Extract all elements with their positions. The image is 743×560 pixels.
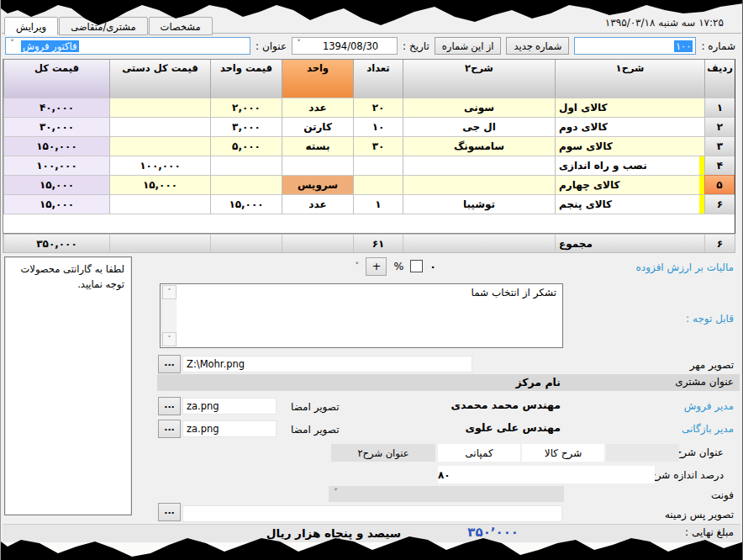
commercial-signature-path-field[interactable]: za.png bbox=[182, 420, 277, 437]
vat-checkbox[interactable] bbox=[410, 260, 423, 272]
cell-unit-price[interactable]: ۳,۰۰۰ bbox=[210, 117, 282, 136]
header-qty[interactable]: تعداد bbox=[353, 60, 403, 98]
cell-total[interactable]: ۱۵,۰۰۰ bbox=[3, 194, 109, 214]
cell-qty[interactable]: ۲۰ bbox=[353, 98, 403, 117]
commercial-manager-value[interactable]: مهندس علی علوی bbox=[466, 421, 561, 434]
background-path-field[interactable] bbox=[182, 505, 562, 522]
sales-manager-value[interactable]: مهندس محمد محمدی bbox=[451, 399, 561, 411]
header-desc2[interactable]: شرح۲ bbox=[403, 60, 555, 98]
date-dropdown[interactable]: ˅ 1394/08/30 bbox=[292, 37, 398, 55]
cell-unit-price[interactable] bbox=[210, 175, 282, 194]
header-unit[interactable]: واحد bbox=[282, 60, 353, 98]
desc1-size-input[interactable]: ۸۰ bbox=[438, 466, 655, 483]
cell-manual-total[interactable]: ۱۰۰,۰۰۰ bbox=[109, 156, 210, 175]
cell-qty[interactable] bbox=[353, 156, 403, 175]
cell-row-number[interactable]: ۱ bbox=[704, 98, 735, 117]
tab-specifications[interactable]: مشخصات bbox=[149, 17, 213, 35]
cell-unit[interactable]: بسته bbox=[282, 136, 353, 156]
chevron-down-icon[interactable]: ˅ bbox=[355, 261, 360, 272]
cell-manual-total[interactable] bbox=[109, 194, 210, 214]
row-marker bbox=[699, 176, 704, 194]
cell-total[interactable]: ۱۵۰,۰۰۰ bbox=[3, 136, 109, 156]
browse-background-button[interactable]: ... bbox=[158, 503, 181, 521]
cell-desc1[interactable]: کالای چهارم bbox=[555, 175, 704, 194]
cell-desc2[interactable]: سونی bbox=[403, 98, 555, 117]
table-empty-row[interactable] bbox=[3, 214, 735, 233]
summary-unit-price bbox=[210, 235, 282, 252]
cell-desc1[interactable]: کالای پنجم bbox=[555, 194, 704, 214]
warranty-note-textarea[interactable]: لطفا به گارانتی محصولات توجه نمایید. bbox=[4, 256, 132, 515]
tab-edit[interactable]: ویرایش bbox=[4, 17, 58, 35]
cell-unit[interactable]: عدد bbox=[282, 194, 353, 214]
header-unit-price[interactable]: قیمت واحد bbox=[210, 60, 282, 98]
vat-label: مالیات بر ارزش افزوده bbox=[636, 262, 734, 273]
browse-sales-signature-button[interactable]: ... bbox=[158, 397, 181, 415]
cell-desc2[interactable] bbox=[403, 175, 555, 194]
header-manual-total[interactable]: قیمت کل دستی bbox=[109, 60, 210, 98]
cell-total[interactable]: ۱۵,۰۰۰ bbox=[3, 175, 109, 194]
scrollbar[interactable]: ˄ ˅ bbox=[161, 285, 177, 346]
title-dropdown[interactable]: ˅ فاکتور فروش bbox=[5, 37, 250, 55]
font-dropdown[interactable]: ˅ bbox=[329, 486, 564, 502]
cell-qty[interactable]: ۱۰ bbox=[353, 117, 403, 136]
vat-value[interactable]: ۰ bbox=[429, 260, 436, 272]
summary-row: ۶ مجموع ۶۱ ۳۵۰,۰۰۰ bbox=[3, 234, 735, 253]
new-number-button[interactable]: شماره جدید bbox=[506, 37, 569, 55]
sales-manager-label: مدیر فروش bbox=[684, 400, 734, 412]
desc1-title-box[interactable] bbox=[606, 444, 679, 462]
customer-title-value[interactable]: نام مرکز bbox=[516, 376, 561, 388]
summary-count: ۶ bbox=[704, 235, 735, 252]
stamp-path-field[interactable]: Z:\Mohr.png bbox=[182, 356, 472, 372]
cell-desc1[interactable]: کالای دوم bbox=[555, 117, 704, 136]
attention-textarea[interactable]: تشکر از انتخاب شما ˄ ˅ bbox=[160, 283, 563, 348]
cell-unit-price[interactable]: ۲,۰۰۰ bbox=[210, 98, 282, 117]
desc2-title-input[interactable]: کمپانی bbox=[438, 444, 520, 462]
cell-qty[interactable] bbox=[353, 175, 403, 194]
scroll-down-icon[interactable]: ˅ bbox=[162, 332, 177, 346]
cell-unit-price[interactable]: ۱۵,۰۰۰ bbox=[210, 194, 282, 214]
cell-unit[interactable]: عدد bbox=[282, 98, 353, 117]
header-row-number[interactable]: ردیف bbox=[704, 60, 735, 98]
cell-unit-price[interactable]: ۵,۰۰۰ bbox=[210, 136, 282, 156]
cell-desc2[interactable]: سامسونگ bbox=[403, 136, 555, 156]
final-amount-words: سیصد و پنجاه هزار ریال bbox=[266, 526, 401, 540]
cell-unit-price[interactable] bbox=[210, 156, 282, 175]
scroll-up-icon[interactable]: ˄ bbox=[162, 285, 177, 299]
cell-row-number[interactable]: ۲ bbox=[704, 117, 735, 136]
from-this-number-button[interactable]: از این شماره bbox=[435, 37, 502, 55]
header-total[interactable]: قیمت کل bbox=[3, 60, 109, 98]
cell-qty[interactable]: ۳۰ bbox=[353, 136, 403, 156]
cell-manual-total[interactable] bbox=[109, 98, 210, 117]
cell-desc2[interactable]: ال جی bbox=[403, 117, 555, 136]
add-vat-button[interactable]: + bbox=[366, 257, 387, 276]
cell-total[interactable]: ۳۰,۰۰۰ bbox=[3, 117, 109, 136]
table-row: ۳ کالای سوم سامسونگ ۳۰ بسته ۵,۰۰۰ ۱۵۰,۰۰… bbox=[3, 136, 735, 156]
background-image-label: تصویر پس زمینه bbox=[665, 509, 734, 520]
status-time-date: ۱۷:۲۵ سه شنبه ۱۳۹۵/۰۳/۱۸ bbox=[605, 17, 724, 29]
cell-qty[interactable]: ۱ bbox=[353, 194, 403, 214]
cell-total[interactable]: ۴۰,۰۰۰ bbox=[3, 98, 109, 117]
cell-unit[interactable] bbox=[282, 156, 353, 175]
cell-desc2[interactable]: توشیبا bbox=[403, 194, 555, 214]
cell-desc2[interactable] bbox=[403, 156, 555, 175]
cell-manual-total[interactable] bbox=[109, 117, 210, 136]
cell-desc1[interactable]: کالای اول bbox=[555, 98, 704, 117]
cell-manual-total[interactable] bbox=[109, 136, 210, 156]
cell-row-number[interactable]: ۴ bbox=[704, 156, 735, 175]
cell-unit[interactable]: کارتن bbox=[282, 117, 353, 136]
cell-desc1[interactable]: کالای سوم bbox=[555, 136, 704, 156]
cell-unit-selected[interactable]: سرویس bbox=[282, 175, 353, 194]
browse-stamp-button[interactable]: ... bbox=[158, 355, 181, 373]
cell-row-number[interactable]: ۳ bbox=[704, 136, 735, 156]
cell-row-number[interactable]: ۵ bbox=[704, 175, 735, 194]
customer-title-label: عنوان مشتری bbox=[675, 376, 734, 388]
sales-signature-path-field[interactable]: za.png bbox=[182, 398, 277, 415]
cell-desc1[interactable]: نصب و راه اندازی bbox=[555, 156, 704, 175]
cell-manual-total[interactable]: ۱۵,۰۰۰ bbox=[109, 175, 210, 194]
header-desc1[interactable]: شرح۱ bbox=[555, 60, 704, 98]
desc1-title-input[interactable]: شرح کالا bbox=[522, 444, 604, 462]
cell-total[interactable]: ۱۰۰,۰۰۰ bbox=[3, 156, 109, 175]
browse-commercial-signature-button[interactable]: ... bbox=[158, 420, 181, 438]
cell-row-number[interactable]: ۶ bbox=[704, 194, 735, 214]
number-input[interactable]: ۱۰۰ bbox=[574, 37, 696, 55]
